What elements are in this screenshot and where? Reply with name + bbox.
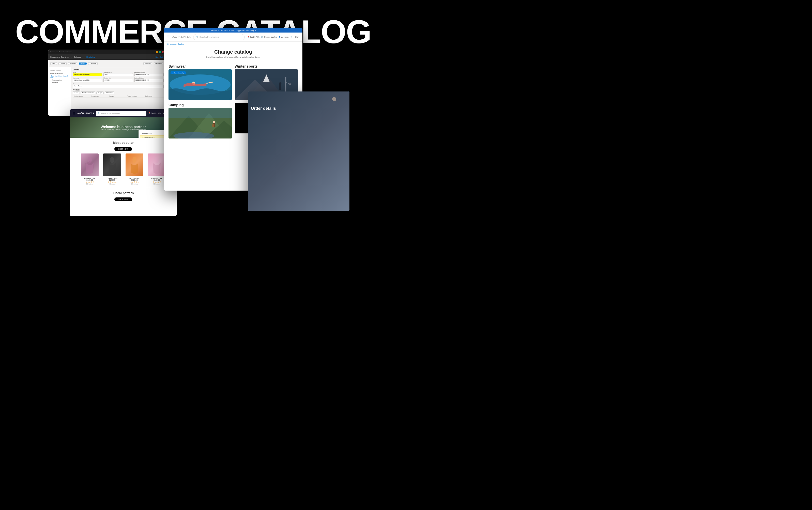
finance-nav-action-new[interactable]: +New: [154, 56, 159, 58]
svg-rect-23: [212, 124, 214, 127]
finance-sidebar-item-fashion[interactable]: Fashion: [49, 81, 70, 84]
catalog-hamburger-icon[interactable]: ☰: [167, 35, 170, 39]
finance-input-catalog-num[interactable]: 10004: [104, 73, 133, 76]
store-product-1: Product Title $129.95 ★★★★☆ 565 reviews: [80, 153, 100, 185]
svg-point-15: [289, 83, 291, 85]
finance-btn-translate[interactable]: Translate: [88, 62, 97, 65]
store-hero-title: Welcome business partner: [100, 125, 146, 129]
finance-label-modified: Last modified on: [135, 77, 164, 79]
catalog-current-badge: ✓ Current catalog: [171, 71, 186, 74]
finance-sidebar: Category hierarchy Fashion navigation • …: [48, 67, 71, 116]
finance-label-name: Name: [73, 71, 102, 73]
store-product-img-3: [125, 153, 143, 176]
finance-input-effective[interactable]: 1/1/2020: [104, 79, 133, 82]
store-products-list: Product Title $129.95 ★★★★☆ 565 reviews …: [72, 153, 174, 185]
finance-sidebar-item-hierarchy[interactable]: Fashion navigation: [49, 72, 70, 75]
store-location: 📍 Seattle, WA: [148, 112, 161, 114]
finance-field-secondary: Secondary Fabrikam Semi-Annual Sale: [73, 77, 102, 82]
finance-input-name[interactable]: Fabrikam Semi-Annual Sale: [73, 73, 102, 76]
finance-btn-attributes[interactable]: Attributes: [154, 62, 163, 65]
catalog-site[interactable]: Site ▾: [295, 36, 299, 38]
finance-input-status[interactable]: Yes ▾ Normal: [73, 85, 164, 88]
store-product-price-1: $129.95: [80, 179, 100, 181]
finance-label-status: Status: [73, 83, 164, 85]
finance-btn-save[interactable]: Save: [50, 62, 57, 65]
finance-field-modified: Last modified on 11/3/2021 08:16:39 PM: [135, 77, 164, 82]
catalog-camping-label: Camping: [169, 103, 232, 107]
catalog-nav: ☰ AW/ BUSINESS 🔍 Search Adventure works …: [164, 32, 302, 42]
finance-nav-catalog: Catalogs: [74, 56, 81, 58]
finance-products-add[interactable]: + Add: [73, 91, 80, 94]
store-product-3: Product Title $129.95 ★★★★☆ 565 reviews: [124, 153, 145, 185]
finance-input-modified[interactable]: 11/3/2021 08:16:39 PM: [135, 79, 164, 82]
store-product-title-2: Product Title: [102, 177, 122, 179]
store-popular-title: Most popular: [72, 141, 174, 145]
store-product-price-3: $129.95: [124, 179, 145, 181]
catalog-winter-label: Winter sports: [235, 64, 298, 68]
finance-sidebar-item-uncategorized[interactable]: Uncategorized: [49, 79, 70, 81]
store-product-title-3: Product Title: [124, 177, 145, 179]
finance-field-catalog-num: Catalog number 10004: [104, 71, 133, 76]
finance-field-name: Name Fabrikam Semi-Annual Sale: [73, 71, 102, 76]
svg-point-1: [110, 157, 114, 163]
store-product-title-1: Product Title: [80, 177, 100, 179]
store-floral-title: Floral pattern: [73, 191, 174, 195]
store-search[interactable]: 🔍 Search Adventure works: [96, 111, 147, 116]
finance-sidebar-label: Category hierarchy: [49, 69, 70, 71]
catalog-heading-title: Change catalog: [167, 49, 299, 55]
store-shop-now-btn[interactable]: SHOP NOW: [114, 147, 133, 151]
finance-col-category: Category: [109, 95, 127, 97]
finance-input-secondary[interactable]: Fabrikam Semi-Annual Sale: [73, 79, 102, 82]
finance-btn-validate[interactable]: Validate: [79, 62, 87, 64]
catalog-breadcrumb: My account / Catalog: [164, 42, 302, 47]
search-icon: 🔍: [97, 112, 100, 114]
finance-topbar: Finance and Operations Preview: [48, 50, 165, 54]
finance-toolbar: Save Discard Products Validate Translate…: [48, 60, 165, 67]
finance-products-related[interactable]: Related products: [81, 91, 95, 94]
catalog-promo-text: Save an extra 10% on all swimming | Code…: [211, 29, 256, 31]
store-floral: Floral pattern SHOP NOW: [70, 188, 177, 207]
svg-point-21: [213, 121, 215, 123]
finance-products-section: Products + Add Related products Image At…: [73, 89, 164, 97]
catalog-user[interactable]: 👤 Adrianna: [279, 36, 288, 38]
catalog-cart[interactable]: 🛒: [290, 36, 293, 38]
finance-products-image[interactable]: Image: [96, 91, 104, 94]
catalog-search[interactable]: 🔍 Search Adventure works: [193, 34, 245, 40]
store-product-img-1: [81, 153, 98, 176]
catalog-item-camping: Camping: [167, 101, 233, 140]
hamburger-icon[interactable]: ☰: [72, 112, 75, 115]
store-floral-btn[interactable]: SHOP NOW: [114, 198, 133, 201]
finance-field-effective: Effective date 1/1/2020: [104, 77, 133, 82]
store-product-reviews-3: 565 reviews: [124, 183, 145, 185]
store-product-stars-1: ★★★★☆: [80, 181, 100, 183]
finance-products-attributes[interactable]: Attributes: [105, 91, 114, 94]
finance-section-products: Products: [73, 89, 164, 91]
catalog-logo-business: BUSINESS: [178, 36, 191, 38]
finance-label-published: Last published time: [135, 71, 164, 73]
store-dropdown-catalog[interactable]: Change catalog: [140, 135, 168, 138]
search-placeholder: Search Adventure works: [101, 113, 120, 114]
finance-col-product-name: Product name: [91, 95, 109, 97]
finance-input-published[interactable]: 11/3/2021 08:34:59 PM: [135, 73, 164, 76]
finance-field-published: Last published time 11/3/2021 08:34:59 P…: [135, 71, 164, 76]
finance-products-toolbar: + Add Related products Image Attributes: [73, 91, 164, 94]
catalog-change-catalog-btn[interactable]: 🔄 Change catalog: [261, 36, 277, 38]
finance-main: General Name Fabrikam Semi-Annual Sale C…: [71, 67, 165, 116]
svg-point-12: [279, 82, 281, 85]
catalog-heading: Change catalog Switching catalogs will s…: [164, 47, 302, 61]
finance-btn-products[interactable]: Products: [68, 62, 77, 65]
catalog-swimwear-label: Swimwear: [169, 64, 232, 68]
finance-sidebar-item-sale[interactable]: • Fabrikam Semi-Annual Sale: [49, 75, 70, 79]
catalog-heading-sub: Switching catalogs will show a different…: [167, 56, 299, 58]
store-product-img-2: [103, 153, 121, 176]
finance-btn-discard[interactable]: Discard: [58, 62, 66, 65]
finance-panel: Finance and Operations Preview Finance a…: [48, 50, 165, 116]
catalog-location: 📍 Seattle, WA: [247, 36, 260, 38]
finance-label-catalog-num: Catalog number: [104, 71, 133, 73]
catalog-promo: Save an extra 10% on all swimming | Code…: [164, 28, 302, 32]
finance-btn-approve[interactable]: Approve: [143, 62, 152, 65]
store-logo: AW/ BUSINESS: [77, 112, 94, 115]
catalog-logo-aw: AW/: [172, 36, 177, 38]
finance-label-secondary: Secondary: [73, 77, 102, 79]
finance-nav-action-edit[interactable]: Edit: [160, 56, 163, 58]
